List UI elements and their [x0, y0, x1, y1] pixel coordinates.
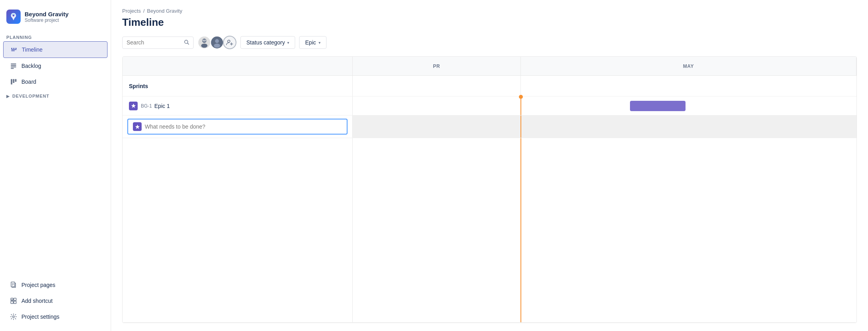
today-line	[520, 96, 521, 115]
sidebar-item-project-settings[interactable]: Project settings	[3, 309, 108, 325]
timeline-empty-row	[123, 138, 856, 323]
add-shortcut-label: Add shortcut	[21, 298, 53, 304]
status-category-chevron: ▾	[287, 40, 289, 45]
svg-point-23	[13, 316, 15, 318]
new-item-input-wrapper[interactable]	[127, 119, 348, 135]
svg-point-36	[214, 44, 220, 48]
settings-icon	[10, 313, 17, 321]
svg-rect-11	[13, 79, 15, 83]
sidebar-item-board[interactable]: Board	[3, 74, 108, 90]
project-type: Software project	[25, 17, 69, 23]
item-left-cell-bg1: BG-1 Epic 1	[123, 96, 353, 115]
search-input[interactable]	[127, 39, 182, 46]
svg-point-35	[215, 39, 219, 43]
breadcrumb-projects[interactable]: Projects	[122, 8, 141, 14]
svg-point-29	[203, 40, 204, 41]
empty-left	[123, 138, 353, 322]
month-may: MAY	[521, 57, 856, 75]
svg-line-25	[188, 43, 189, 44]
month-may-label: MAY	[683, 64, 694, 69]
input-right-cell	[353, 115, 856, 138]
svg-rect-9	[11, 68, 14, 69]
project-info: Beyond Gravity Software project	[25, 11, 69, 23]
breadcrumb-project-name[interactable]: Beyond Gravity	[147, 8, 182, 14]
timeline-months: PR MAY	[353, 57, 856, 75]
section-label-sprints: Sprints	[123, 76, 353, 96]
main-content: Projects / Beyond Gravity Timeline	[111, 0, 868, 331]
development-section[interactable]: ▶ DEVELOPMENT	[0, 90, 111, 102]
sidebar-item-timeline[interactable]: Timeline	[3, 41, 108, 58]
avatar-user1[interactable]	[198, 36, 211, 49]
svg-point-1	[11, 48, 12, 49]
status-category-label: Status category	[246, 39, 285, 46]
sidebar-bottom: Project pages Add shortcut	[0, 277, 111, 325]
sidebar-item-add-shortcut[interactable]: Add shortcut	[3, 293, 108, 309]
today-marker	[519, 95, 523, 99]
project-settings-label: Project settings	[21, 314, 60, 320]
pages-icon	[10, 281, 17, 289]
svg-rect-10	[11, 79, 12, 85]
epic-filter[interactable]: Epic ▾	[299, 36, 326, 49]
toolbar: Status category ▾ Epic ▾	[122, 36, 857, 49]
breadcrumb-separator: /	[143, 8, 145, 14]
sidebar: Beyond Gravity Software project PLANNING…	[0, 0, 111, 331]
svg-rect-12	[15, 79, 17, 82]
svg-rect-22	[14, 301, 16, 304]
development-label: DEVELOPMENT	[12, 94, 49, 98]
svg-point-37	[228, 40, 230, 42]
project-logo-icon	[6, 10, 21, 24]
main-inner: Projects / Beyond Gravity Timeline	[111, 0, 868, 331]
today-line-input	[520, 115, 521, 138]
chevron-right-icon: ▶	[6, 94, 10, 98]
grid-line-1	[520, 76, 521, 96]
timeline-input-row[interactable]	[123, 115, 856, 138]
epic-bar-bg1[interactable]	[630, 101, 686, 111]
item-right-cell-bg1	[353, 96, 856, 115]
board-icon	[10, 78, 17, 86]
new-item-icon	[133, 122, 142, 131]
month-apr-label: PR	[433, 64, 440, 69]
add-shortcut-icon	[10, 297, 17, 305]
epic-chevron: ▾	[319, 40, 321, 45]
planning-section-label: PLANNING	[0, 32, 111, 41]
backlog-icon	[10, 62, 17, 70]
month-apr: PR	[353, 57, 521, 75]
timeline-body: Sprints BG-1	[123, 76, 856, 323]
input-left-cell[interactable]	[123, 115, 353, 138]
item-name-bg1: Epic 1	[154, 103, 170, 109]
timeline-item-bg1[interactable]: BG-1 Epic 1	[123, 96, 856, 115]
project-pages-label: Project pages	[21, 282, 56, 288]
svg-rect-21	[11, 301, 13, 304]
project-name: Beyond Gravity	[25, 11, 69, 17]
svg-point-28	[201, 44, 207, 48]
epic-badge-icon	[129, 102, 138, 110]
sidebar-item-timeline-label: Timeline	[22, 46, 42, 53]
today-line-empty	[520, 138, 521, 322]
timeline-icon	[10, 46, 18, 54]
breadcrumb: Projects / Beyond Gravity	[122, 8, 857, 14]
avatar-user2[interactable]	[210, 36, 224, 49]
search-icon	[184, 39, 189, 46]
item-id-bg1: BG-1	[141, 103, 152, 109]
svg-rect-6	[11, 64, 16, 64]
timeline-container: PR MAY Sprints	[122, 56, 857, 323]
avatar-group	[198, 36, 236, 49]
status-category-filter[interactable]: Status category ▾	[240, 36, 295, 49]
page-title: Timeline	[122, 16, 857, 29]
svg-point-2	[13, 48, 15, 49]
sidebar-item-backlog-label: Backlog	[21, 63, 41, 69]
svg-rect-5	[11, 50, 15, 51]
sidebar-item-backlog[interactable]: Backlog	[3, 58, 108, 74]
sidebar-item-board-label: Board	[21, 79, 36, 85]
search-box[interactable]	[122, 37, 194, 49]
timeline-left-header	[123, 57, 353, 75]
svg-rect-8	[11, 67, 16, 67]
sidebar-item-project-pages[interactable]: Project pages	[3, 277, 108, 293]
new-item-input[interactable]	[145, 123, 342, 130]
svg-point-3	[15, 48, 17, 49]
section-right-cell	[353, 76, 856, 96]
sprints-label: Sprints	[129, 83, 148, 89]
svg-rect-20	[14, 298, 16, 300]
avatar-add-user[interactable]	[223, 36, 236, 49]
sidebar-header: Beyond Gravity Software project	[0, 6, 111, 32]
